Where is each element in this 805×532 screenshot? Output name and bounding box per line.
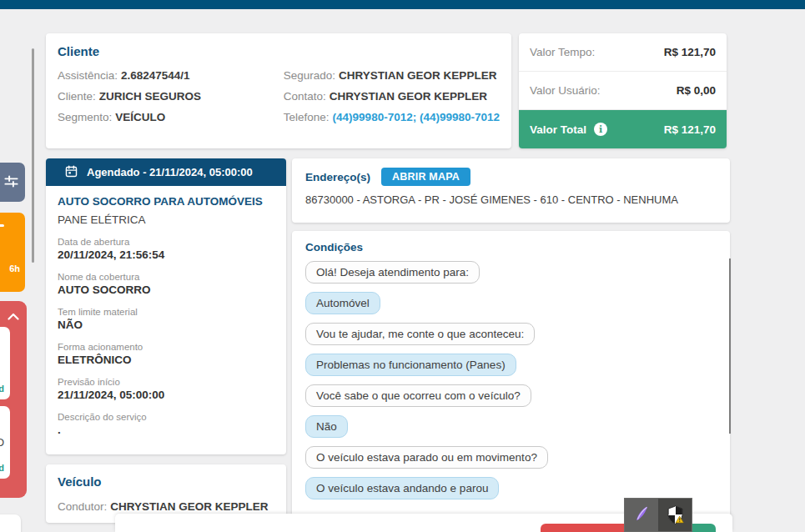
- chat-bubble: Problemas no funcionamento (Panes): [305, 354, 516, 376]
- field-label: Segurado:: [284, 69, 335, 82]
- field-label: Contato:: [284, 90, 326, 103]
- veiculo-title: Veículo: [58, 474, 274, 489]
- field-group: Previsão início 21/11/2024, 05:00:00: [58, 376, 274, 403]
- field-value: 2.68247544/1: [121, 69, 190, 82]
- list-item-tag: d: [0, 384, 4, 394]
- pending-service-widget[interactable]: 6h: [0, 213, 25, 292]
- valor-row: Valor Tempo: R$ 121,70: [519, 33, 727, 72]
- field-label: Condutor:: [58, 500, 107, 513]
- security-shield-warning-icon[interactable]: [658, 499, 692, 531]
- field-label: Descrição do serviço: [58, 411, 274, 423]
- field-label: Data de abertura: [58, 236, 274, 248]
- cliente-card: Cliente Assistência:2.68247544/1 Cliente…: [46, 33, 511, 148]
- cliente-fields-right: Segurado:CHRYSTIAN GEOR KEPPLER Contato:…: [284, 65, 500, 128]
- valor-label: Valor Usuário:: [530, 84, 601, 97]
- list-item[interactable]: [0, 514, 21, 532]
- field-value: CHRYSTIAN GEOR KEPPLER: [339, 69, 496, 82]
- cliente-fields-left: Assistência:2.68247544/1 Cliente:ZURICH …: [58, 65, 284, 128]
- capture-toolbar-overlay: [624, 498, 692, 532]
- agendado-fields: Data de abertura 20/11/2024, 21:56:54 No…: [58, 236, 274, 438]
- field-value: (44)99980-7012; (44)99980-7012: [333, 111, 500, 123]
- field-label: Tem limite material: [58, 306, 274, 318]
- valor-label: Valor Tempo:: [530, 46, 595, 58]
- chat-bubble: Automóvel: [305, 292, 380, 314]
- draw-tool-button[interactable]: [625, 499, 658, 531]
- list-item[interactable]: d: [0, 327, 10, 399]
- calendar-icon: [64, 164, 87, 181]
- chat-bubble: O veículo estava andando e parou: [305, 477, 499, 499]
- field-label: Previsão início: [58, 376, 274, 388]
- field-label: Nome da cobertura: [58, 271, 274, 283]
- list-item[interactable]: O d: [0, 406, 10, 479]
- field-group: Descrição do serviço .: [58, 411, 274, 438]
- field-group: Data de abertura 20/11/2024, 21:56:54: [58, 236, 274, 263]
- field-value: ZURICH SEGUROS: [99, 90, 201, 103]
- info-circle-icon[interactable]: i: [594, 123, 607, 136]
- field-value: .: [58, 423, 274, 438]
- abrir-mapa-button[interactable]: ABRIR MAPA: [381, 168, 470, 186]
- valor-total-value: R$ 121,70: [664, 123, 716, 136]
- field-row: Segurado:CHRYSTIAN GEOR KEPPLER: [284, 65, 500, 86]
- left-panel-scrollbar[interactable]: [32, 48, 34, 263]
- valores-card: Valor Tempo: R$ 121,70 Valor Usuário: R$…: [519, 33, 727, 148]
- chat-transcript: Olá! Deseja atendimento para: Automóvel …: [305, 261, 717, 499]
- chat-scrollbar[interactable]: [729, 258, 731, 434]
- field-value: 21/11/2024, 05:00:00: [58, 388, 274, 403]
- address-text: 86730000 - ASTORGA - PR - JOSÉ GIMENES -…: [305, 193, 717, 206]
- chat-bubble: Você sabe o que ocorreu com o veículo?: [305, 384, 531, 407]
- field-label: Telefone:: [284, 111, 330, 123]
- cancel-button[interactable]: [541, 524, 636, 532]
- service-problem: PANE ELÉTRICA: [58, 213, 274, 226]
- timer-badge: 6h: [9, 263, 20, 274]
- valor-total-label: Valor Total: [530, 123, 586, 136]
- condicoes-title: Condições: [305, 241, 717, 253]
- agendado-card: Agendado - 21/11/2024, 05:00:00 AUTO SOC…: [46, 158, 286, 454]
- field-value: CHRYSTIAN GEOR KEPPLER: [330, 90, 487, 103]
- list-item-text: O: [0, 436, 4, 449]
- widget-dash: [0, 224, 4, 227]
- purple-feather-icon: [631, 504, 652, 527]
- list-item-tag: d: [0, 463, 4, 473]
- service-title: AUTO SOCORRO PARA AUTOMÓVEIS: [58, 195, 274, 208]
- cliente-title: Cliente: [58, 44, 500, 58]
- valor-value: R$ 121,70: [664, 46, 716, 58]
- chat-bubble: Não: [305, 415, 348, 438]
- filter-button[interactable]: [0, 163, 25, 202]
- field-value: NÃO: [58, 318, 274, 333]
- field-row: Contato:CHRYSTIAN GEOR KEPPLER: [284, 86, 500, 107]
- condicoes-card: Condições Olá! Deseja atendimento para: …: [292, 231, 730, 532]
- field-value: CHRYSTIAN GEOR KEPPLER: [110, 500, 268, 513]
- field-value: ELETRÔNICO: [58, 353, 274, 368]
- chevron-up-icon[interactable]: [8, 309, 19, 324]
- field-label: Segmento:: [58, 111, 112, 123]
- field-label: Cliente:: [58, 90, 96, 103]
- alert-service-widget[interactable]: d O d: [0, 301, 27, 498]
- field-group: Nome da cobertura AUTO SOCORRO: [58, 271, 274, 298]
- field-label: Assistência:: [58, 69, 118, 82]
- valor-total-row: Valor Total i R$ 121,70: [519, 110, 727, 148]
- agendado-header: Agendado - 21/11/2024, 05:00:00: [46, 158, 286, 186]
- top-navigation-bar: [0, 0, 805, 9]
- valores-rows: Valor Tempo: R$ 121,70 Valor Usuário: R$…: [519, 33, 727, 110]
- chat-bubble: Olá! Deseja atendimento para:: [305, 261, 480, 284]
- agendado-header-label: Agendado - 21/11/2024, 05:00:00: [87, 166, 253, 178]
- valor-row: Valor Usuário: R$ 0,00: [519, 72, 727, 110]
- app-window: 6h d O d Cliente Assistência:2.68247544/…: [0, 0, 805, 532]
- field-row: Telefone:(44)99980-7012; (44)99980-7012: [284, 107, 500, 128]
- chat-bubble: Vou te ajudar, me conte o que aconteceu:: [305, 323, 535, 345]
- chat-bubble: O veículo estava parado ou em movimento?: [305, 446, 548, 469]
- field-value: VEÍCULO: [115, 111, 165, 123]
- field-value: 20/11/2024, 21:56:54: [58, 248, 274, 263]
- field-row: Segmento:VEÍCULO: [58, 107, 284, 128]
- field-group: Tem limite material NÃO: [58, 306, 274, 333]
- endereco-card: Endereço(s) ABRIR MAPA 86730000 - ASTORG…: [292, 158, 730, 223]
- endereco-title: Endereço(s): [305, 171, 370, 183]
- field-group: Forma acionamento ELETRÔNICO: [58, 341, 274, 368]
- field-row: Assistência:2.68247544/1: [58, 65, 284, 86]
- valor-value: R$ 0,00: [677, 84, 716, 97]
- field-value: AUTO SOCORRO: [58, 283, 274, 298]
- field-row: Cliente:ZURICH SEGUROS: [58, 86, 284, 107]
- field-label: Forma acionamento: [58, 341, 274, 353]
